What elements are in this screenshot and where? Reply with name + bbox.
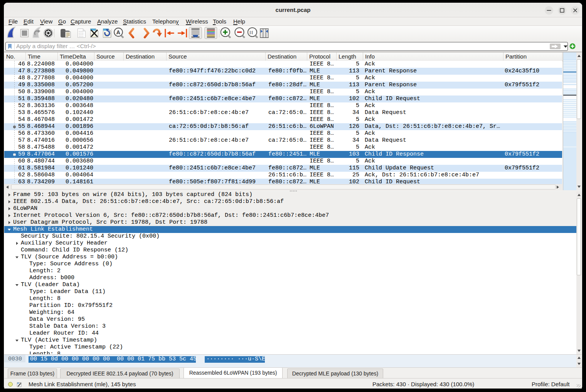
svg-text:A: A: [116, 29, 121, 35]
svg-text:0111: 0111: [79, 35, 83, 38]
svg-text:|:|: |:|: [250, 30, 253, 34]
